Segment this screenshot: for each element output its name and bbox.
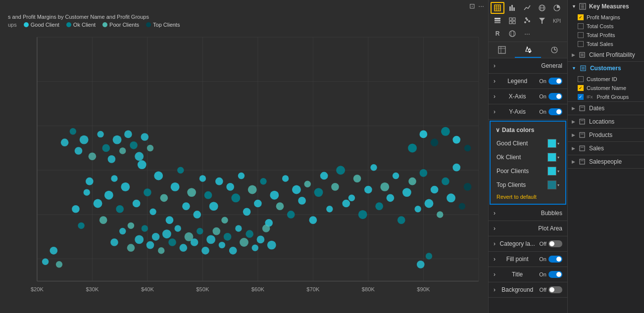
svg-point-78: [364, 186, 372, 194]
data-colors-label: Data colors: [502, 127, 534, 134]
section-title-header[interactable]: › Title On: [489, 267, 567, 282]
field-total-profits[interactable]: Total Profits: [568, 31, 644, 40]
data-colors-header[interactable]: ∨ Data colors: [491, 124, 565, 136]
svg-point-98: [119, 228, 126, 234]
field-profit-groups-icon: IFx: [587, 94, 593, 99]
section-salespeople-header[interactable]: ▶ Salespeople: [568, 155, 644, 168]
xaxis-toggle[interactable]: [548, 93, 562, 100]
section-customers-header[interactable]: ▼ Customers: [568, 62, 644, 75]
svg-point-37: [138, 160, 147, 169]
revert-to-default[interactable]: Revert to default: [491, 192, 565, 202]
section-categorylabels-label: Category la...: [500, 240, 535, 247]
svg-point-51: [215, 178, 223, 185]
key-measures-label: Key Measures: [589, 3, 629, 10]
poor-clients-color-picker[interactable]: ▾: [547, 167, 559, 176]
section-plotarea-header[interactable]: › Plot Area: [489, 221, 567, 236]
good-client-color-picker[interactable]: ▾: [547, 139, 559, 148]
vis-icon-R[interactable]: R: [491, 28, 504, 40]
field-total-costs[interactable]: Total Costs: [568, 22, 644, 31]
section-customers-label: Customers: [590, 65, 621, 72]
svg-point-128: [80, 135, 89, 144]
svg-point-36: [133, 200, 141, 208]
field-customer-name-label: Customer Name: [587, 85, 626, 91]
section-bubbles-header[interactable]: › Bubbles: [489, 206, 567, 221]
categorylabels-toggle-group: Off: [540, 240, 562, 247]
svg-point-116: [224, 233, 232, 241]
tab-analytics[interactable]: [541, 42, 567, 58]
svg-point-59: [260, 178, 266, 184]
section-xaxis-header[interactable]: › X-Axis On: [489, 89, 567, 104]
field-profit-margins-checkbox[interactable]: ✓: [578, 14, 584, 20]
section-title-label: Title: [512, 271, 523, 278]
svg-point-133: [113, 135, 122, 144]
field-profit-margins-label: Profit Margins: [587, 14, 620, 20]
svg-rect-164: [495, 20, 500, 21]
tab-format[interactable]: [515, 42, 541, 58]
field-total-sales-label: Total Sales: [587, 41, 613, 47]
section-products-header[interactable]: ▶ Products: [568, 129, 644, 141]
vis-icon-more1[interactable]: [505, 15, 519, 27]
field-profit-margins[interactable]: ✓ Profit Margins: [568, 13, 644, 22]
field-profit-groups[interactable]: ✓ IFx Profit Groups: [568, 92, 644, 101]
section-legend-header[interactable]: › Legend On: [489, 74, 567, 89]
categorylabels-toggle-label: Off: [540, 241, 546, 247]
field-total-costs-checkbox[interactable]: [578, 23, 584, 29]
background-toggle[interactable]: [548, 286, 562, 293]
section-background-label: Background: [501, 286, 533, 293]
vis-icon-line[interactable]: [520, 2, 534, 14]
yaxis-toggle[interactable]: [548, 108, 562, 115]
ok-client-color-picker[interactable]: ▾: [547, 153, 559, 162]
svg-point-31: [104, 191, 113, 200]
section-bubbles: › Bubbles: [489, 206, 567, 221]
svg-point-105: [162, 229, 171, 238]
vis-icon-map[interactable]: [535, 2, 549, 14]
legend-toggle[interactable]: [548, 78, 562, 85]
svg-point-82: [387, 194, 395, 202]
section-general-header[interactable]: › General: [489, 58, 567, 73]
more-icon[interactable]: ···: [478, 2, 484, 10]
vis-icon-kpi[interactable]: KPI: [550, 15, 564, 27]
field-total-sales[interactable]: Total Sales: [568, 40, 644, 48]
section-client-profitability-header[interactable]: ▶ Client Profitability: [568, 48, 644, 61]
section-fillpoint-header[interactable]: › Fill point On: [489, 252, 567, 267]
field-total-sales-checkbox[interactable]: [578, 41, 584, 47]
top-clients-color-picker[interactable]: ▾: [547, 180, 559, 189]
section-legend-chevron: ›: [494, 78, 495, 85]
vis-icon-bar[interactable]: [505, 2, 519, 14]
title-toggle[interactable]: [548, 271, 562, 278]
vis-icon-funnel[interactable]: [535, 15, 549, 27]
svg-rect-204: [580, 159, 585, 164]
field-customer-id[interactable]: Customer ID: [568, 75, 644, 84]
fillpoint-toggle[interactable]: [548, 256, 562, 263]
field-profit-groups-checkbox[interactable]: ✓: [578, 94, 584, 100]
svg-point-92: [442, 178, 449, 185]
svg-text:$70K: $70K: [306, 286, 320, 292]
field-customer-name-checkbox[interactable]: ✓: [578, 85, 584, 91]
section-locations-header[interactable]: ▶ Locations: [568, 115, 644, 128]
svg-rect-177: [498, 46, 505, 53]
section-bubbles-label: Bubbles: [541, 210, 562, 217]
section-dates-chevron: ▶: [572, 106, 575, 111]
vis-icon-globe[interactable]: [505, 28, 519, 40]
section-background-header[interactable]: › Background Off: [489, 282, 567, 297]
grid-icon[interactable]: ⊡: [469, 2, 475, 10]
vis-icon-scatter[interactable]: [520, 15, 534, 27]
vis-icon-stacked[interactable]: [491, 15, 504, 27]
section-sales-header[interactable]: ▶ Sales: [568, 142, 644, 155]
field-total-profits-checkbox[interactable]: [578, 32, 584, 38]
svg-text:$40K: $40K: [141, 286, 154, 292]
field-customer-name[interactable]: ✓ Customer Name: [568, 84, 644, 92]
section-categorylabels-header[interactable]: › Category la... Off: [489, 236, 567, 251]
vis-icon-table[interactable]: [491, 2, 504, 14]
field-customer-id-checkbox[interactable]: [578, 76, 584, 82]
vis-icon-pie[interactable]: [550, 2, 564, 14]
categorylabels-toggle[interactable]: [548, 240, 562, 247]
svg-point-93: [446, 193, 455, 202]
vis-icon-ellipsis[interactable]: ···: [520, 28, 534, 40]
svg-point-68: [309, 216, 317, 224]
svg-point-143: [408, 143, 417, 152]
section-yaxis-header[interactable]: › Y-Axis On: [489, 104, 567, 119]
section-dates-header[interactable]: ▶ Dates: [568, 102, 644, 115]
tab-fields[interactable]: [489, 42, 515, 58]
section-general-label: General: [541, 62, 562, 69]
